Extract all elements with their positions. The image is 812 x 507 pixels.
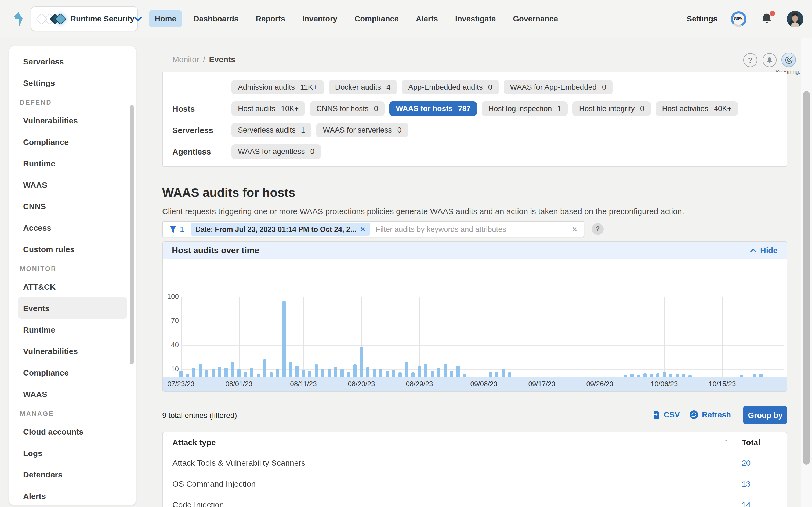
audit-chip-waas-for-app-embedded[interactable]: WAAS for App-Embedded0 <box>503 80 612 94</box>
sidebar-item-waas[interactable]: WAAS <box>18 383 127 404</box>
sidebar-item-alerts[interactable]: Alerts <box>18 485 127 505</box>
settings-link[interactable]: Settings <box>687 14 717 23</box>
column-header-total[interactable]: Total <box>736 433 787 452</box>
sidebar-item-runtime[interactable]: Runtime <box>18 319 127 340</box>
chart-bar[interactable] <box>321 368 324 377</box>
sidebar-item-serverless[interactable]: Serverless <box>18 50 127 72</box>
chart-bar[interactable] <box>637 375 640 377</box>
chart-bar[interactable] <box>327 369 331 377</box>
chart-bar[interactable] <box>508 372 511 377</box>
sidebar-item-cloud-accounts[interactable]: Cloud accounts <box>18 420 127 442</box>
chart-bar[interactable] <box>675 374 679 377</box>
chart-bar[interactable] <box>276 369 279 377</box>
chart-bar[interactable] <box>269 372 273 377</box>
audit-chip-app-embedded-audits[interactable]: App-Embedded audits0 <box>402 80 499 94</box>
csv-export-button[interactable]: CSV <box>651 410 680 419</box>
filter-bar[interactable]: 1 Date: From Jul 23, 2023 01:14 PM to Oc… <box>162 221 584 237</box>
clear-filters-icon[interactable]: × <box>572 225 577 233</box>
nav-item-investigate[interactable]: Investigate <box>449 10 502 27</box>
chart-bar[interactable] <box>341 369 344 377</box>
chart-bar[interactable] <box>186 374 189 377</box>
sidebar-item-defenders[interactable]: Defenders <box>18 463 127 485</box>
chart-bar[interactable] <box>392 370 395 377</box>
chart-bar[interactable] <box>759 374 763 377</box>
sidebar-item-cnns[interactable]: CNNS <box>18 195 127 217</box>
chart-bar[interactable] <box>353 364 357 377</box>
audit-chip-host-activities[interactable]: Host activities40K+ <box>655 101 738 116</box>
sidebar-item-waas[interactable]: WAAS <box>18 174 127 195</box>
sidebar-item-compliance[interactable]: Compliance <box>18 131 127 152</box>
sidebar-item-vulnerabilities[interactable]: Vulnerabilities <box>18 109 127 131</box>
credits-usage-ring[interactable]: 80% <box>731 11 747 26</box>
chart-bar[interactable] <box>212 368 215 377</box>
audit-chip-cnns-for-hosts[interactable]: CNNS for hosts0 <box>310 101 385 116</box>
chart-bar[interactable] <box>218 367 221 377</box>
chart-bar[interactable] <box>289 362 292 377</box>
chart-bar[interactable] <box>399 372 402 377</box>
chart-bar[interactable] <box>463 374 466 377</box>
chart-bar[interactable] <box>405 362 408 377</box>
audit-chip-waas-for-hosts[interactable]: WAAS for hosts787 <box>389 101 477 116</box>
chart-bar[interactable] <box>283 301 286 377</box>
chart-bar[interactable] <box>366 367 369 377</box>
breadcrumb-parent[interactable]: Monitor <box>172 55 199 64</box>
total-link[interactable]: 14 <box>736 494 787 507</box>
chart-bar[interactable] <box>224 368 228 377</box>
audit-chip-waas-for-agentless[interactable]: WAAS for agentless0 <box>232 144 321 159</box>
chart-bar[interactable] <box>295 366 299 377</box>
sidebar-item-att-ck[interactable]: ATT&CK <box>18 276 127 297</box>
chart-bar[interactable] <box>424 363 427 377</box>
chart-bar[interactable] <box>257 374 260 377</box>
chart-bar[interactable] <box>263 359 266 377</box>
chart-bar[interactable] <box>495 372 498 377</box>
audit-chip-docker-audits[interactable]: Docker audits4 <box>329 80 397 94</box>
chart-bar[interactable] <box>682 374 685 377</box>
column-header-attack-type[interactable]: Attack type <box>172 438 216 447</box>
sidebar-scrollbar[interactable] <box>130 105 134 364</box>
chart-bar[interactable] <box>689 375 692 377</box>
chart-bar[interactable] <box>302 370 305 377</box>
chart-bar[interactable] <box>250 368 253 377</box>
chart-bar[interactable] <box>437 368 440 377</box>
nav-item-reports[interactable]: Reports <box>250 10 291 27</box>
chart-bar[interactable] <box>244 372 247 377</box>
notifications-bell-button[interactable] <box>760 12 773 26</box>
total-link[interactable]: 20 <box>736 452 787 473</box>
sidebar-item-vulnerabilities[interactable]: Vulnerabilities <box>18 340 127 361</box>
nav-item-governance[interactable]: Governance <box>507 10 564 27</box>
chart-bar[interactable] <box>386 371 389 377</box>
chart-bar[interactable] <box>334 367 337 377</box>
sort-ascending-icon[interactable]: ↑ <box>724 437 728 447</box>
chart-bar[interactable] <box>450 371 453 377</box>
chart-bar[interactable] <box>502 369 505 377</box>
chart-bar[interactable] <box>740 375 743 377</box>
chart-bar[interactable] <box>489 372 492 377</box>
chart-bar[interactable] <box>360 347 363 377</box>
group-by-button[interactable]: Group by <box>743 406 787 424</box>
chart-bar[interactable] <box>379 369 383 377</box>
hide-chart-button[interactable]: Hide <box>751 246 778 255</box>
refresh-button[interactable]: Refresh <box>690 410 731 419</box>
sidebar-item-custom-rules[interactable]: Custom rules <box>18 238 127 260</box>
scanning-status-button[interactable] <box>781 53 796 67</box>
user-avatar[interactable] <box>787 10 803 27</box>
chart-bar[interactable] <box>205 370 208 377</box>
nav-item-home[interactable]: Home <box>149 10 182 27</box>
chart-bar[interactable] <box>444 363 447 377</box>
table-row[interactable]: OS Command Injection13 <box>163 473 787 494</box>
chart-bar[interactable] <box>373 369 376 377</box>
sidebar-item-logs[interactable]: Logs <box>18 442 127 463</box>
table-row[interactable]: Code Injection14 <box>163 494 787 507</box>
audit-chip-host-log-inspection[interactable]: Host log inspection1 <box>482 101 568 116</box>
chart-bar[interactable] <box>199 363 202 377</box>
chart-bar[interactable] <box>630 374 634 377</box>
chart-bar[interactable] <box>347 372 350 377</box>
sidebar-item-events[interactable]: Events <box>18 297 127 319</box>
audit-chip-host-file-integrity[interactable]: Host file integrity0 <box>573 101 651 116</box>
nav-item-compliance[interactable]: Compliance <box>349 10 404 27</box>
chart-bar[interactable] <box>180 371 183 377</box>
chart-bar[interactable] <box>418 366 421 377</box>
sidebar-item-compliance[interactable]: Compliance <box>18 361 127 383</box>
chart-bar[interactable] <box>669 374 672 377</box>
total-link[interactable]: 13 <box>736 473 787 494</box>
